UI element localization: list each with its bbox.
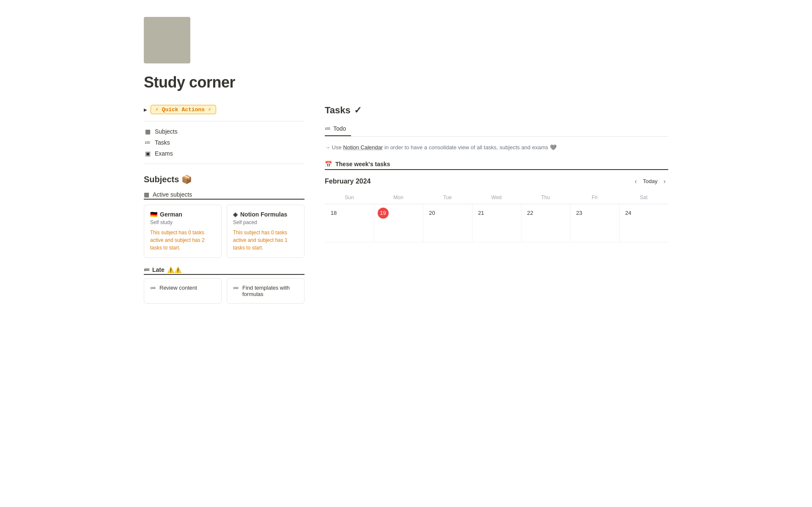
nav-item-tasks[interactable]: ≔ Tasks (144, 137, 304, 148)
calendar-header: Sun Mon Tue Wed Thu Fri Sat (325, 193, 668, 204)
divider-1 (144, 121, 304, 121)
cal-header-tue: Tue (423, 193, 472, 204)
cal-header-wed: Wed (472, 193, 521, 204)
german-card-title: 🇩🇪 German (150, 211, 215, 218)
cal-header-thu: Thu (521, 193, 570, 204)
cal-day-20[interactable]: 20 (423, 204, 472, 242)
cal-header-sat: Sat (619, 193, 668, 204)
active-subjects-nav[interactable]: ▦ Active subjects (144, 189, 304, 200)
late-warning-icons: ⚠️⚠️ (167, 266, 181, 273)
german-flag-icon: 🇩🇪 (150, 211, 157, 218)
cal-header-fri: Fri (570, 193, 619, 204)
calendar-month: February 2024 (325, 178, 371, 185)
notion-calendar-note: → Use Notion Calendar in order to have a… (325, 143, 668, 152)
nav-item-exams[interactable]: ▣ Exams (144, 148, 304, 159)
active-subjects-label: Active subjects (153, 191, 192, 198)
german-card-subtitle: Self study (150, 219, 215, 225)
cal-day-19[interactable]: 19 (374, 204, 423, 242)
late-card-review-content[interactable]: ≔ Review content (144, 278, 222, 304)
notion-calendar-link[interactable]: Notion Calendar (343, 144, 383, 151)
tasks-title: Tasks (325, 105, 351, 116)
nav-subjects-label: Subjects (155, 128, 178, 135)
quick-actions-badge: ⚡ Quick Actions ⚡ (151, 105, 216, 114)
todo-tab-icon: ≔ (325, 125, 331, 132)
left-panel: ▶ ⚡ Quick Actions ⚡ ▦ Subjects ≔ Tasks ▣… (144, 105, 304, 304)
main-layout: ▶ ⚡ Quick Actions ⚡ ▦ Subjects ≔ Tasks ▣… (144, 105, 668, 304)
day-number-18: 18 (328, 208, 339, 219)
day-number-23: 23 (574, 208, 585, 219)
tasks-checkmark-icon: ✓ (354, 105, 362, 116)
right-panel: Tasks ✓ ≔ Todo → Use Notion Calendar in … (325, 105, 668, 242)
late-label: Late (152, 266, 165, 273)
cal-day-18[interactable]: 18 (325, 204, 374, 242)
toggle-arrow-icon: ▶ (144, 107, 147, 112)
active-subjects-icon: ▦ (144, 191, 149, 198)
calendar-section-header[interactable]: 📅 These week's tasks (325, 161, 668, 170)
late-cards-grid: ≔ Review content ≔ Find templates with f… (144, 278, 304, 304)
exams-icon: ▣ (144, 150, 151, 157)
tasks-divider (325, 136, 668, 137)
notion-formulas-icon: ◈ (233, 211, 238, 218)
cal-day-24[interactable]: 24 (619, 204, 668, 242)
nav-exams-label: Exams (155, 150, 173, 157)
tasks-tabs: ≔ Todo (325, 123, 668, 136)
cal-header-sun: Sun (325, 193, 374, 204)
cal-day-21[interactable]: 21 (472, 204, 521, 242)
notion-formulas-card-subtitle: Self paced (233, 219, 298, 225)
calendar-body: 18 19 20 21 22 (325, 204, 668, 242)
nav-item-subjects[interactable]: ▦ Subjects (144, 126, 304, 137)
calendar-prev-button[interactable]: ‹ (632, 177, 639, 186)
nav-tasks-label: Tasks (155, 139, 170, 146)
calendar-grid: Sun Mon Tue Wed Thu Fri Sat 18 (325, 193, 668, 242)
page-title: Study corner (144, 74, 668, 91)
cover-image (144, 17, 190, 63)
tab-todo[interactable]: ≔ Todo (325, 123, 351, 136)
cal-day-23[interactable]: 23 (570, 204, 619, 242)
calendar-container: February 2024 ‹ Today › Sun Mon Tue Wed (325, 177, 668, 242)
tasks-header: Tasks ✓ (325, 105, 668, 116)
notion-formulas-card-status: This subject has 0 tasks active and subj… (233, 229, 298, 252)
day-number-24: 24 (623, 208, 634, 219)
notion-formulas-card-title: ◈ Notion Formulas (233, 211, 298, 218)
calendar-next-button[interactable]: › (661, 177, 668, 186)
calendar-section-label: These week's tasks (335, 161, 390, 167)
subjects-section-title: Subjects 📦 (144, 174, 304, 184)
todo-tab-label: Todo (333, 125, 346, 132)
review-content-label: Review content (159, 285, 197, 291)
find-templates-label: Find templates with formulas (242, 285, 298, 297)
subjects-icon: ▦ (144, 128, 151, 135)
late-section-icon: ≔ (144, 266, 150, 273)
calendar-section-icon: 📅 (325, 161, 332, 167)
page-container: Study corner ▶ ⚡ Quick Actions ⚡ ▦ Subje… (110, 0, 702, 321)
subject-cards-grid: 🇩🇪 German Self study This subject has 0 … (144, 205, 304, 258)
calendar-week-row: 18 19 20 21 22 (325, 204, 668, 242)
subject-card-notion-formulas[interactable]: ◈ Notion Formulas Self paced This subjec… (227, 205, 304, 258)
divider-2 (144, 164, 304, 164)
find-templates-icon: ≔ (233, 285, 239, 291)
review-content-icon: ≔ (150, 285, 156, 291)
calendar-nav: February 2024 ‹ Today › (325, 177, 668, 186)
quick-actions-toggle[interactable]: ▶ ⚡ Quick Actions ⚡ (144, 105, 304, 114)
subject-card-german[interactable]: 🇩🇪 German Self study This subject has 0 … (144, 205, 222, 258)
calendar-days-header-row: Sun Mon Tue Wed Thu Fri Sat (325, 193, 668, 204)
day-number-21: 21 (476, 208, 487, 219)
late-card-find-templates[interactable]: ≔ Find templates with formulas (227, 278, 304, 304)
day-number-22: 22 (525, 208, 536, 219)
day-number-20: 20 (427, 208, 438, 219)
calendar-nav-buttons: ‹ Today › (632, 177, 668, 186)
cal-day-22[interactable]: 22 (521, 204, 570, 242)
tasks-icon: ≔ (144, 139, 151, 146)
cal-header-mon: Mon (374, 193, 423, 204)
late-section-title[interactable]: ≔ Late ⚠️⚠️ (144, 266, 304, 275)
german-card-status: This subject has 0 tasks active and subj… (150, 229, 215, 252)
day-number-19: 19 (378, 208, 389, 219)
calendar-today-button[interactable]: Today (643, 178, 658, 184)
